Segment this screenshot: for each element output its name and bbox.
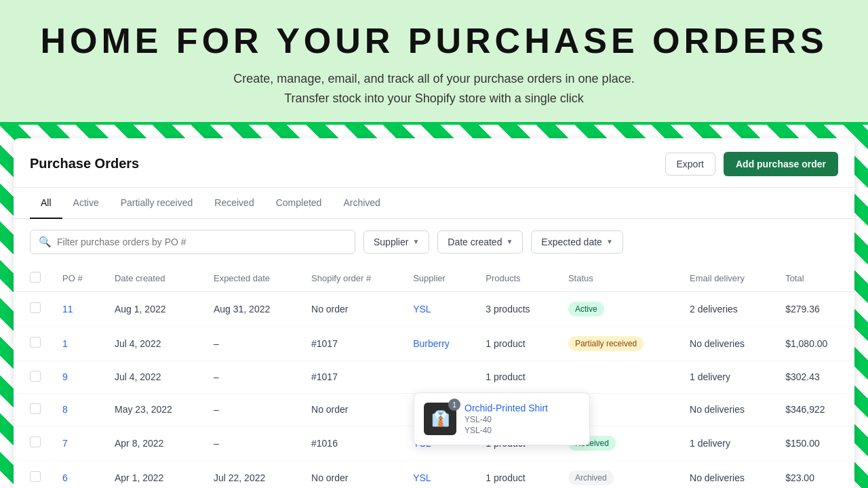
col-total: Total	[774, 265, 854, 292]
subtitle-line1: Create, manage, email, and track all of …	[233, 72, 634, 85]
table-row: 11 Aug 1, 2022 Aug 31, 2022 No order YSL…	[14, 291, 854, 326]
col-shopify-order: Shopify order #	[300, 265, 402, 292]
po-number-link[interactable]: 6	[62, 472, 68, 483]
row-checkbox[interactable]	[30, 302, 41, 313]
tab-received[interactable]: Received	[203, 188, 264, 219]
total-cell: $346,922	[774, 393, 854, 426]
products-cell: 1 product	[475, 460, 557, 488]
tooltip-sku1: YSL-40	[465, 415, 548, 424]
status-cell: Active	[557, 291, 679, 326]
total-cell: $302.43	[774, 361, 854, 393]
table-row: 1 Jul 4, 2022 – #1017 Burberry 1 product…	[14, 326, 854, 361]
email-delivery-cell: 2 deliveries	[679, 291, 774, 326]
row-checkbox[interactable]	[30, 403, 41, 414]
email-delivery-cell: No deliveries	[679, 393, 774, 426]
col-expected-date: Expected date	[203, 265, 300, 292]
col-date-created: Date created	[104, 265, 203, 292]
table-row: 6 Apr 1, 2022 Jul 22, 2022 No order YSL …	[14, 460, 854, 488]
supplier-link[interactable]: Burberry	[413, 338, 450, 349]
total-cell: $23.00	[774, 460, 854, 488]
supplier-cell: YSL	[402, 291, 475, 326]
status-badge: Active	[568, 302, 604, 317]
table-wrap: PO # Date created Expected date Shopify …	[14, 265, 854, 488]
search-box: 🔍	[30, 230, 355, 254]
supplier-link[interactable]: YSL	[413, 304, 431, 314]
tab-completed[interactable]: Completed	[265, 188, 333, 219]
col-supplier: Supplier	[402, 265, 475, 292]
export-button[interactable]: Export	[665, 152, 715, 176]
expected-date-filter-label: Expected date	[541, 237, 602, 247]
header-title: HOME FOR YOUR PURCHASE ORDERS	[14, 20, 854, 61]
header-subtitle: Create, manage, email, and track all of …	[14, 69, 854, 108]
tab-partially-received[interactable]: Partially received	[110, 188, 204, 219]
date-created-filter-label: Date created	[448, 237, 502, 247]
row-checkbox[interactable]	[30, 436, 41, 447]
card-title: Purchase Orders	[30, 156, 139, 171]
tab-archived[interactable]: Archived	[332, 188, 391, 219]
shopify-order-cell: #1017	[300, 326, 402, 361]
main-area: Purchase Orders Export Add purchase orde…	[0, 125, 868, 488]
date-created-cell: Jul 4, 2022	[104, 326, 203, 361]
tabs-bar: All Active Partially received Received C…	[14, 188, 854, 219]
col-po-number: PO #	[52, 265, 104, 292]
header-banner: HOME FOR YOUR PURCHASE ORDERS Create, ma…	[0, 0, 868, 125]
email-delivery-cell: 1 delivery	[679, 361, 774, 393]
total-cell: $279.36	[774, 291, 854, 326]
total-cell: $150.00	[774, 426, 854, 460]
tooltip-product-info: Orchid-Printed Shirt YSL-40 YSL-40	[465, 403, 548, 435]
date-created-cell: Apr 8, 2022	[104, 426, 203, 460]
search-input[interactable]	[57, 237, 347, 247]
supplier-cell: YSL	[402, 460, 475, 488]
email-delivery-cell: 1 delivery	[679, 426, 774, 460]
email-delivery-cell: No deliveries	[679, 460, 774, 488]
po-number-link[interactable]: 11	[62, 304, 73, 314]
row-checkbox[interactable]	[30, 471, 41, 482]
col-products: Products	[475, 265, 557, 292]
expected-date-filter-button[interactable]: Expected date ▼	[531, 230, 623, 253]
supplier-chevron-icon: ▼	[412, 238, 419, 245]
row-checkbox[interactable]	[30, 371, 41, 382]
supplier-filter-button[interactable]: Supplier ▼	[363, 230, 429, 253]
purchase-orders-card: Purchase Orders Export Add purchase orde…	[14, 138, 854, 488]
purchase-orders-table: PO # Date created Expected date Shopify …	[14, 265, 854, 488]
total-cell: $1,080.00	[774, 326, 854, 361]
tooltip-image-wrap: 👔 1	[424, 403, 456, 435]
tooltip-sku2: YSL-40	[465, 426, 548, 435]
expected-date-chevron-icon: ▼	[606, 238, 613, 245]
expected-date-cell: –	[203, 326, 300, 361]
add-purchase-order-button[interactable]: Add purchase order	[724, 152, 838, 176]
supplier-link[interactable]: YSL	[413, 472, 431, 483]
expected-date-cell: Aug 31, 2022	[203, 291, 300, 326]
tooltip-product-name[interactable]: Orchid-Printed Shirt	[465, 403, 548, 413]
po-number-link[interactable]: 9	[62, 371, 68, 382]
po-number-link[interactable]: 1	[62, 338, 68, 349]
subtitle-line2: Transfer stock into your Shopify store w…	[284, 92, 584, 105]
status-badge: Archived	[568, 470, 614, 485]
date-created-cell: Aug 1, 2022	[104, 291, 203, 326]
product-tooltip: 👔 1 Orchid-Printed Shirt YSL-40 YSL-40	[414, 392, 590, 445]
select-all-checkbox[interactable]	[30, 272, 41, 283]
shopify-order-cell: No order	[300, 393, 402, 426]
status-badge: Partially received	[568, 336, 644, 351]
po-number-link[interactable]: 7	[62, 438, 68, 449]
status-cell: Archived	[557, 460, 679, 488]
supplier-cell	[402, 361, 475, 393]
supplier-filter-label: Supplier	[374, 237, 408, 247]
search-icon: 🔍	[39, 236, 52, 248]
tab-active[interactable]: Active	[62, 188, 110, 219]
date-created-filter-button[interactable]: Date created ▼	[437, 230, 523, 253]
row-checkbox[interactable]	[30, 337, 41, 348]
date-created-cell: May 23, 2022	[104, 393, 203, 426]
expected-date-cell: –	[203, 361, 300, 393]
products-cell: 1 product	[475, 326, 557, 361]
po-number-link[interactable]: 8	[62, 404, 68, 415]
shopify-order-cell: #1016	[300, 426, 402, 460]
email-delivery-cell: No deliveries	[679, 326, 774, 361]
status-cell	[557, 361, 679, 393]
date-created-chevron-icon: ▼	[506, 238, 513, 245]
tab-all[interactable]: All	[30, 188, 62, 219]
card-header: Purchase Orders Export Add purchase orde…	[14, 138, 854, 188]
col-email-delivery: Email delivery	[679, 265, 774, 292]
supplier-cell: Burberry	[402, 326, 475, 361]
expected-date-cell: Jul 22, 2022	[203, 460, 300, 488]
